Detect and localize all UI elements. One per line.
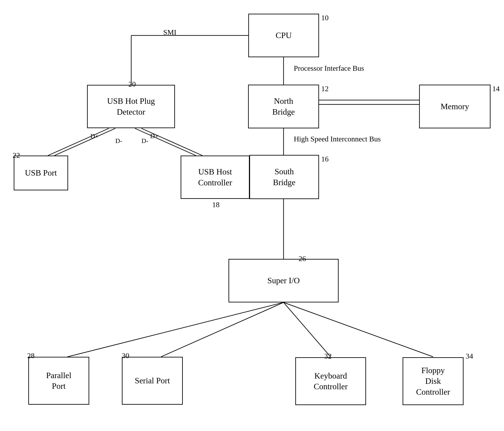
usb-host-box: USB HostController xyxy=(181,156,250,199)
floppy-ref: 34 xyxy=(466,352,473,360)
processor-bus-label: Processor Interface Bus xyxy=(294,64,364,72)
parallel-port-label: ParallelPort xyxy=(46,370,71,392)
parallel-port-ref: 28 xyxy=(27,352,35,360)
usb-hot-plug-label: USB Hot PlugDetector xyxy=(107,96,155,117)
usb-host-ref: 18 xyxy=(212,201,220,209)
usb-port-ref: 22 xyxy=(13,151,20,160)
serial-port-label: Serial Port xyxy=(135,375,170,386)
svg-line-12 xyxy=(161,302,284,357)
svg-line-13 xyxy=(284,302,331,357)
north-bridge-ref: 12 xyxy=(321,85,329,93)
d-plus-right-label: D+ xyxy=(150,132,159,140)
d-plus-left-label: D+ xyxy=(90,132,99,140)
usb-hot-plug-ref: 20 xyxy=(128,80,136,88)
south-bridge-label: SouthBridge xyxy=(273,166,295,188)
memory-label: Memory xyxy=(441,101,469,112)
svg-line-11 xyxy=(67,302,284,357)
super-io-label: Super I/O xyxy=(268,275,300,286)
keyboard-label: KeyboardController xyxy=(314,370,348,392)
keyboard-ref: 32 xyxy=(324,352,332,360)
serial-port-box: Serial Port xyxy=(122,357,183,405)
floppy-label: FloppyDiskController xyxy=(416,365,450,397)
d-minus-left-label: D- xyxy=(115,137,122,144)
high-speed-bus-label: High Speed Interconnect Bus xyxy=(294,135,381,143)
cpu-box: CPU xyxy=(248,14,319,57)
floppy-box: FloppyDiskController xyxy=(403,357,464,405)
cpu-ref: 10 xyxy=(321,14,329,22)
memory-box: Memory xyxy=(419,85,491,128)
south-bridge-ref: 16 xyxy=(321,155,329,163)
memory-ref: 14 xyxy=(492,85,500,93)
cpu-label: CPU xyxy=(276,30,292,41)
usb-port-label: USB Port xyxy=(25,168,57,178)
svg-line-7 xyxy=(54,128,115,156)
north-bridge-label: NorthBridge xyxy=(272,96,295,117)
keyboard-box: KeyboardController xyxy=(295,357,366,405)
smi-label: SMI xyxy=(163,28,176,36)
svg-line-6 xyxy=(48,128,109,156)
south-bridge-box: SouthBridge xyxy=(249,155,319,199)
parallel-port-box: ParallelPort xyxy=(28,357,89,405)
d-minus-right-label: D- xyxy=(142,137,148,144)
usb-host-label: USB HostController xyxy=(198,166,232,188)
super-io-box: Super I/O xyxy=(228,259,339,302)
usb-hot-plug-box: USB Hot PlugDetector xyxy=(87,85,175,128)
usb-port-box: USB Port xyxy=(14,156,68,190)
super-io-ref: 26 xyxy=(298,255,306,263)
svg-line-14 xyxy=(284,302,433,357)
north-bridge-box: NorthBridge xyxy=(248,85,319,128)
serial-port-ref: 30 xyxy=(122,352,129,360)
